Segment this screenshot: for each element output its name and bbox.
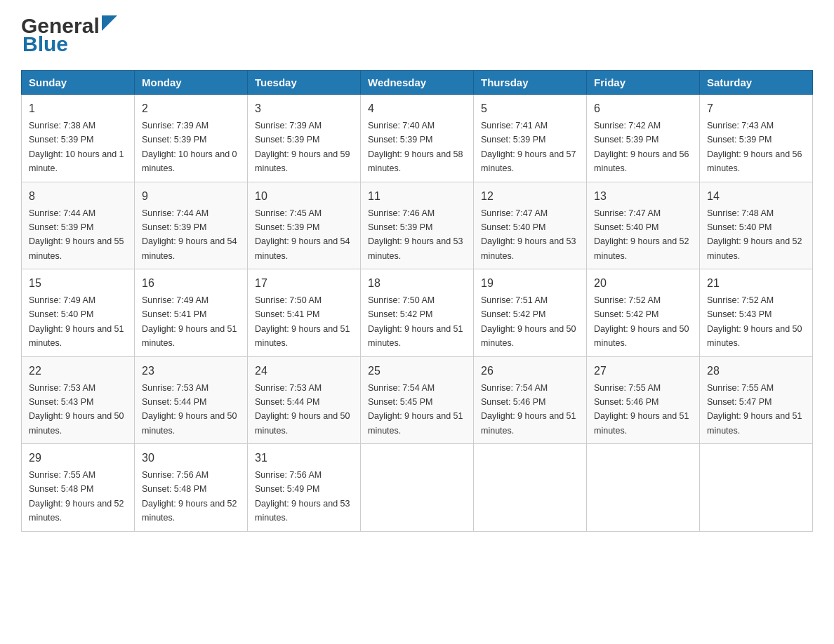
calendar-cell: 12Sunrise: 7:47 AMSunset: 5:40 PMDayligh… bbox=[474, 182, 587, 269]
svg-marker-0 bbox=[102, 15, 117, 31]
day-number: 21 bbox=[707, 275, 805, 292]
day-info: Sunrise: 7:55 AMSunset: 5:47 PMDaylight:… bbox=[707, 383, 802, 436]
day-info: Sunrise: 7:53 AMSunset: 5:43 PMDaylight:… bbox=[29, 383, 124, 436]
day-info: Sunrise: 7:47 AMSunset: 5:40 PMDaylight:… bbox=[481, 208, 576, 261]
calendar-cell: 31Sunrise: 7:56 AMSunset: 5:49 PMDayligh… bbox=[248, 444, 361, 532]
calendar-cell: 7Sunrise: 7:43 AMSunset: 5:39 PMDaylight… bbox=[700, 95, 813, 182]
calendar-cell: 21Sunrise: 7:52 AMSunset: 5:43 PMDayligh… bbox=[700, 269, 813, 357]
day-info: Sunrise: 7:49 AMSunset: 5:40 PMDaylight:… bbox=[29, 295, 124, 348]
day-number: 2 bbox=[142, 100, 240, 117]
calendar-cell: 20Sunrise: 7:52 AMSunset: 5:42 PMDayligh… bbox=[587, 269, 700, 357]
weekday-header-monday: Monday bbox=[135, 71, 248, 95]
calendar-cell: 11Sunrise: 7:46 AMSunset: 5:39 PMDayligh… bbox=[361, 182, 474, 269]
week-row-2: 8Sunrise: 7:44 AMSunset: 5:39 PMDaylight… bbox=[22, 182, 813, 269]
day-info: Sunrise: 7:47 AMSunset: 5:40 PMDaylight:… bbox=[594, 208, 689, 261]
day-number: 11 bbox=[368, 188, 466, 205]
calendar-cell: 4Sunrise: 7:40 AMSunset: 5:39 PMDaylight… bbox=[361, 95, 474, 182]
calendar-cell: 13Sunrise: 7:47 AMSunset: 5:40 PMDayligh… bbox=[587, 182, 700, 269]
calendar-cell: 5Sunrise: 7:41 AMSunset: 5:39 PMDaylight… bbox=[474, 95, 587, 182]
day-info: Sunrise: 7:55 AMSunset: 5:46 PMDaylight:… bbox=[594, 383, 689, 436]
day-info: Sunrise: 7:54 AMSunset: 5:46 PMDaylight:… bbox=[481, 383, 576, 436]
logo-arrow-icon bbox=[102, 15, 117, 31]
day-info: Sunrise: 7:50 AMSunset: 5:42 PMDaylight:… bbox=[368, 295, 463, 348]
weekday-header-thursday: Thursday bbox=[474, 71, 587, 95]
day-info: Sunrise: 7:50 AMSunset: 5:41 PMDaylight:… bbox=[255, 295, 350, 348]
day-number: 1 bbox=[29, 100, 127, 117]
day-number: 31 bbox=[255, 450, 353, 467]
weekday-header-sunday: Sunday bbox=[22, 71, 135, 95]
weekday-header-friday: Friday bbox=[587, 71, 700, 95]
day-number: 25 bbox=[368, 363, 466, 380]
page-header: General Blue bbox=[21, 14, 813, 56]
day-number: 13 bbox=[594, 188, 692, 205]
day-info: Sunrise: 7:52 AMSunset: 5:42 PMDaylight:… bbox=[594, 295, 689, 348]
calendar-cell: 29Sunrise: 7:55 AMSunset: 5:48 PMDayligh… bbox=[22, 444, 135, 532]
day-info: Sunrise: 7:49 AMSunset: 5:41 PMDaylight:… bbox=[142, 295, 237, 348]
day-info: Sunrise: 7:45 AMSunset: 5:39 PMDaylight:… bbox=[255, 208, 350, 261]
day-info: Sunrise: 7:40 AMSunset: 5:39 PMDaylight:… bbox=[368, 121, 463, 173]
calendar-cell: 9Sunrise: 7:44 AMSunset: 5:39 PMDaylight… bbox=[135, 182, 248, 269]
day-number: 9 bbox=[142, 188, 240, 205]
day-info: Sunrise: 7:56 AMSunset: 5:49 PMDaylight:… bbox=[255, 470, 350, 523]
calendar-cell: 10Sunrise: 7:45 AMSunset: 5:39 PMDayligh… bbox=[248, 182, 361, 269]
day-number: 17 bbox=[255, 275, 353, 292]
day-number: 27 bbox=[594, 363, 692, 380]
day-info: Sunrise: 7:52 AMSunset: 5:43 PMDaylight:… bbox=[707, 295, 802, 348]
day-info: Sunrise: 7:44 AMSunset: 5:39 PMDaylight:… bbox=[29, 208, 124, 261]
calendar-cell: 8Sunrise: 7:44 AMSunset: 5:39 PMDaylight… bbox=[22, 182, 135, 269]
day-info: Sunrise: 7:42 AMSunset: 5:39 PMDaylight:… bbox=[594, 121, 689, 173]
day-info: Sunrise: 7:38 AMSunset: 5:39 PMDaylight:… bbox=[29, 121, 124, 173]
day-number: 22 bbox=[29, 363, 127, 380]
day-number: 5 bbox=[481, 100, 579, 117]
day-number: 14 bbox=[707, 188, 805, 205]
week-row-3: 15Sunrise: 7:49 AMSunset: 5:40 PMDayligh… bbox=[22, 269, 813, 357]
day-info: Sunrise: 7:48 AMSunset: 5:40 PMDaylight:… bbox=[707, 208, 802, 261]
calendar-cell: 28Sunrise: 7:55 AMSunset: 5:47 PMDayligh… bbox=[700, 356, 813, 444]
day-number: 29 bbox=[29, 450, 127, 467]
week-row-1: 1Sunrise: 7:38 AMSunset: 5:39 PMDaylight… bbox=[22, 95, 813, 182]
calendar-cell: 18Sunrise: 7:50 AMSunset: 5:42 PMDayligh… bbox=[361, 269, 474, 357]
week-row-5: 29Sunrise: 7:55 AMSunset: 5:48 PMDayligh… bbox=[22, 444, 813, 532]
day-info: Sunrise: 7:44 AMSunset: 5:39 PMDaylight:… bbox=[142, 208, 237, 261]
day-info: Sunrise: 7:43 AMSunset: 5:39 PMDaylight:… bbox=[707, 121, 802, 173]
calendar-cell: 25Sunrise: 7:54 AMSunset: 5:45 PMDayligh… bbox=[361, 356, 474, 444]
day-number: 28 bbox=[707, 363, 805, 380]
calendar-cell: 22Sunrise: 7:53 AMSunset: 5:43 PMDayligh… bbox=[22, 356, 135, 444]
calendar-cell: 16Sunrise: 7:49 AMSunset: 5:41 PMDayligh… bbox=[135, 269, 248, 357]
calendar-cell: 2Sunrise: 7:39 AMSunset: 5:39 PMDaylight… bbox=[135, 95, 248, 182]
calendar-cell: 1Sunrise: 7:38 AMSunset: 5:39 PMDaylight… bbox=[22, 95, 135, 182]
calendar-cell bbox=[361, 444, 474, 532]
calendar-cell bbox=[474, 444, 587, 532]
day-number: 20 bbox=[594, 275, 692, 292]
day-number: 30 bbox=[142, 450, 240, 467]
calendar-cell: 24Sunrise: 7:53 AMSunset: 5:44 PMDayligh… bbox=[248, 356, 361, 444]
day-number: 24 bbox=[255, 363, 353, 380]
day-number: 26 bbox=[481, 363, 579, 380]
day-number: 6 bbox=[594, 100, 692, 117]
day-info: Sunrise: 7:46 AMSunset: 5:39 PMDaylight:… bbox=[368, 208, 463, 261]
calendar-cell: 3Sunrise: 7:39 AMSunset: 5:39 PMDaylight… bbox=[248, 95, 361, 182]
calendar-cell: 6Sunrise: 7:42 AMSunset: 5:39 PMDaylight… bbox=[587, 95, 700, 182]
calendar-table: SundayMondayTuesdayWednesdayThursdayFrid… bbox=[21, 70, 813, 532]
day-number: 19 bbox=[481, 275, 579, 292]
day-info: Sunrise: 7:54 AMSunset: 5:45 PMDaylight:… bbox=[368, 383, 463, 436]
day-info: Sunrise: 7:56 AMSunset: 5:48 PMDaylight:… bbox=[142, 470, 237, 523]
day-number: 8 bbox=[29, 188, 127, 205]
weekday-header-tuesday: Tuesday bbox=[248, 71, 361, 95]
logo: General Blue bbox=[21, 14, 117, 56]
calendar-cell bbox=[700, 444, 813, 532]
weekday-header-saturday: Saturday bbox=[700, 71, 813, 95]
day-number: 3 bbox=[255, 100, 353, 117]
day-info: Sunrise: 7:53 AMSunset: 5:44 PMDaylight:… bbox=[142, 383, 237, 436]
day-info: Sunrise: 7:53 AMSunset: 5:44 PMDaylight:… bbox=[255, 383, 350, 436]
calendar-cell bbox=[587, 444, 700, 532]
day-number: 7 bbox=[707, 100, 805, 117]
day-number: 15 bbox=[29, 275, 127, 292]
calendar-cell: 26Sunrise: 7:54 AMSunset: 5:46 PMDayligh… bbox=[474, 356, 587, 444]
day-number: 10 bbox=[255, 188, 353, 205]
day-info: Sunrise: 7:39 AMSunset: 5:39 PMDaylight:… bbox=[142, 121, 237, 173]
day-number: 18 bbox=[368, 275, 466, 292]
day-number: 12 bbox=[481, 188, 579, 205]
calendar-cell: 27Sunrise: 7:55 AMSunset: 5:46 PMDayligh… bbox=[587, 356, 700, 444]
calendar-cell: 17Sunrise: 7:50 AMSunset: 5:41 PMDayligh… bbox=[248, 269, 361, 357]
